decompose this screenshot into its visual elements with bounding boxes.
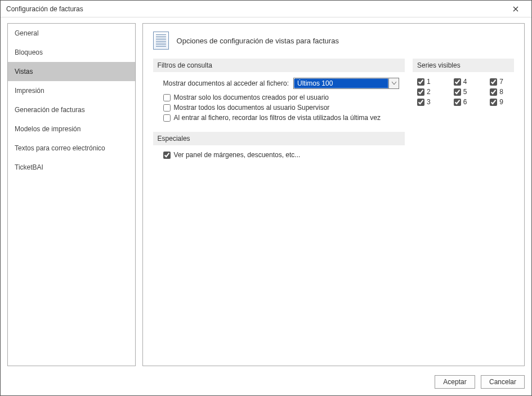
series-check-6[interactable]	[454, 99, 461, 106]
check-supervisor-row: Mostrar todos los documentos al usuario …	[153, 103, 405, 113]
mostrar-combo	[293, 78, 399, 89]
series-7: 7	[490, 78, 511, 86]
cancel-button[interactable]: Cancelar	[481, 375, 525, 389]
sidebar-item-vistas[interactable]: Vistas	[8, 62, 135, 81]
series-1: 1	[417, 78, 438, 86]
check-recordar[interactable]	[163, 114, 171, 122]
dialog-footer: Aceptar Cancelar	[1, 371, 531, 395]
sidebar-item-label: General	[15, 29, 39, 37]
series-label: 1	[427, 78, 431, 86]
sidebar-item-textos[interactable]: Textos para correo electrónico	[8, 139, 135, 158]
series-9: 9	[490, 98, 511, 106]
check-panel-label: Ver panel de márgenes, descuentos, etc..…	[174, 151, 301, 159]
dialog-window: Configuración de facturas General Bloque…	[0, 0, 532, 396]
window-title: Configuración de facturas	[6, 5, 504, 13]
series-label: 6	[463, 98, 467, 106]
check-solo-usuario-label: Mostrar solo los documentos creados por …	[174, 94, 329, 101]
sidebar-item-general[interactable]: General	[8, 24, 135, 43]
accept-button[interactable]: Aceptar	[435, 375, 475, 389]
series-check-3[interactable]	[417, 99, 424, 106]
sidebar-item-label: Textos para correo electrónico	[15, 144, 105, 152]
sidebar-item-impresion[interactable]: Impresión	[8, 81, 135, 100]
check-supervisor-label: Mostrar todos los documentos al usuario …	[174, 104, 330, 112]
main-panel: Opciones de configuración de vistas para…	[142, 23, 525, 366]
sidebar-item-label: Vistas	[15, 68, 33, 75]
series-check-9[interactable]	[490, 99, 497, 106]
series-4: 4	[454, 78, 475, 86]
sidebar-item-bloqueos[interactable]: Bloqueos	[8, 43, 135, 62]
series-label: 9	[499, 98, 503, 106]
sidebar: General Bloqueos Vistas Impresión Genera…	[7, 23, 136, 366]
sidebar-item-ticketbai[interactable]: TicketBAI	[8, 158, 135, 177]
series-label: 2	[427, 88, 431, 96]
series-column: Series visibles 1 4 7 2 5 8 3 6 9	[413, 59, 514, 106]
series-check-2[interactable]	[417, 88, 424, 96]
series-6: 6	[454, 98, 475, 106]
series-heading: Series visibles	[413, 59, 514, 72]
chevron-down-icon	[392, 82, 396, 85]
check-recordar-row: Al entrar al fichero, recordar los filtr…	[153, 113, 405, 123]
close-button[interactable]	[504, 1, 527, 17]
series-label: 3	[427, 98, 431, 106]
series-label: 8	[499, 88, 503, 96]
check-supervisor[interactable]	[163, 104, 171, 112]
series-2: 2	[417, 88, 438, 96]
page-title: Opciones de configuración de vistas para…	[177, 37, 339, 45]
mostrar-dropdown-button[interactable]	[389, 78, 399, 89]
check-solo-usuario-row: Mostrar solo los documentos creados por …	[153, 92, 405, 103]
series-3: 3	[417, 98, 438, 106]
check-recordar-label: Al entrar al fichero, recordar los filtr…	[174, 114, 381, 122]
titlebar: Configuración de facturas	[1, 1, 531, 17]
series-check-7[interactable]	[490, 78, 497, 86]
especiales-section: Especiales Ver panel de márgenes, descue…	[153, 132, 405, 160]
series-check-5[interactable]	[454, 88, 461, 96]
mostrar-row: Mostrar documentos al acceder al fichero…	[153, 77, 405, 92]
filtros-heading: Filtros de consulta	[153, 59, 405, 72]
sidebar-item-label: Generación de facturas	[15, 106, 85, 114]
series-grid: 1 4 7 2 5 8 3 6 9	[413, 77, 514, 106]
close-icon	[513, 6, 518, 12]
sidebar-item-modelos[interactable]: Modelos de impresión	[8, 119, 135, 139]
mostrar-input[interactable]	[293, 78, 389, 89]
series-check-1[interactable]	[417, 78, 424, 86]
check-panel-row: Ver panel de márgenes, descuentos, etc..…	[153, 150, 405, 160]
sidebar-item-label: Bloqueos	[15, 48, 43, 56]
series-label: 7	[499, 78, 503, 86]
main-header: Opciones de configuración de vistas para…	[153, 32, 514, 50]
sidebar-item-label: TicketBAI	[15, 163, 43, 171]
mostrar-label: Mostrar documentos al acceder al fichero…	[163, 79, 289, 87]
series-check-4[interactable]	[454, 78, 461, 86]
check-panel-margenes[interactable]	[163, 152, 171, 159]
check-solo-usuario[interactable]	[163, 94, 171, 101]
sidebar-item-generacion[interactable]: Generación de facturas	[8, 100, 135, 119]
series-check-8[interactable]	[490, 88, 497, 96]
especiales-heading: Especiales	[153, 132, 405, 145]
dialog-body: General Bloqueos Vistas Impresión Genera…	[1, 17, 531, 371]
columns: Filtros de consulta Mostrar documentos a…	[153, 59, 514, 160]
series-label: 4	[463, 78, 467, 86]
sidebar-item-label: Modelos de impresión	[15, 125, 81, 133]
series-8: 8	[490, 88, 511, 96]
document-icon	[153, 32, 169, 50]
series-5: 5	[454, 88, 475, 96]
filtros-column: Filtros de consulta Mostrar documentos a…	[153, 59, 405, 160]
sidebar-item-label: Impresión	[15, 87, 44, 95]
series-label: 5	[463, 88, 467, 96]
